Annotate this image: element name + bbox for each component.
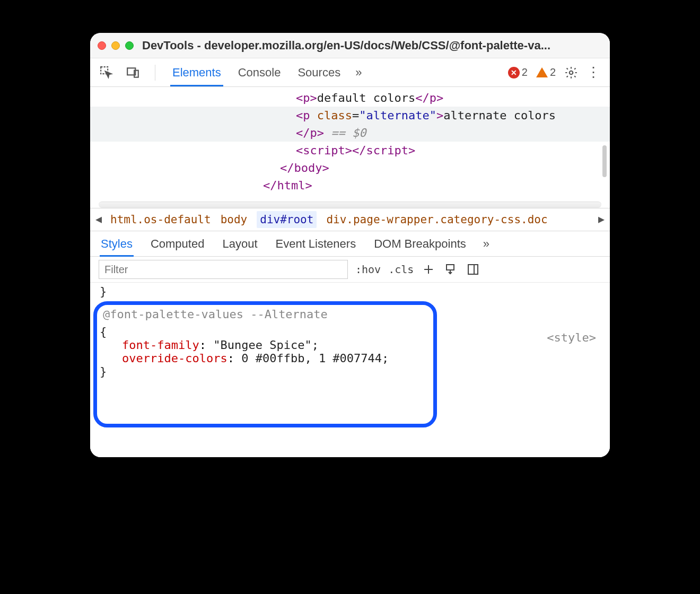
settings-icon[interactable] bbox=[564, 66, 578, 80]
toggle-computed-sidebar-icon[interactable] bbox=[466, 262, 480, 277]
styles-rules-panel[interactable]: } @font-palette-values --Alternate { fon… bbox=[90, 283, 610, 457]
error-icon: ✕ bbox=[508, 67, 520, 78]
breadcrumb-item[interactable]: div.page-wrapper.category-css.doc bbox=[326, 213, 547, 226]
cls-toggle[interactable]: .cls bbox=[388, 263, 414, 276]
rule-open-brace: { bbox=[100, 325, 600, 338]
rule-origin-link[interactable]: <style> bbox=[547, 331, 596, 344]
styles-filter-input[interactable] bbox=[99, 260, 348, 279]
css-value: 0 #00ffbb, 1 #007744; bbox=[241, 352, 389, 365]
css-declaration[interactable]: override-colors: 0 #00ffbb, 1 #007744; bbox=[100, 352, 600, 365]
css-declaration[interactable]: font-family: "Bungee Spice"; bbox=[100, 338, 600, 352]
devtools-window: DevTools - developer.mozilla.org/en-US/d… bbox=[90, 33, 610, 457]
styles-filter-row: :hov .cls bbox=[90, 257, 610, 283]
devtools-toolbar: Elements Console Sources » ✕ 2 2 ⋮ bbox=[90, 58, 610, 87]
dom-line[interactable]: <script></script> bbox=[90, 142, 610, 159]
more-tabs-chevron-icon[interactable]: » bbox=[355, 66, 362, 80]
stray-brace: } bbox=[100, 285, 600, 298]
toolbar-divider bbox=[155, 65, 155, 81]
styles-pane-tabs: Styles Computed Layout Event Listeners D… bbox=[90, 231, 610, 257]
css-rule-block[interactable]: @font-palette-values --Alternate { font-… bbox=[100, 308, 600, 378]
dom-horizontal-scrollbar[interactable] bbox=[99, 202, 601, 208]
svg-rect-5 bbox=[468, 265, 478, 274]
dom-line[interactable]: <p>default colors</p> bbox=[90, 89, 610, 107]
tab-sources[interactable]: Sources bbox=[295, 60, 343, 85]
styles-tab-styles[interactable]: Styles bbox=[100, 233, 134, 257]
dom-vertical-scrollbar[interactable] bbox=[602, 145, 607, 177]
dom-tree-panel[interactable]: <p>default colors</p> <p class="alternat… bbox=[90, 87, 610, 208]
breadcrumb-item-selected[interactable]: div#root bbox=[257, 211, 317, 228]
new-style-rule-icon[interactable] bbox=[421, 262, 436, 277]
format-icon[interactable] bbox=[443, 262, 458, 277]
dom-breadcrumb[interactable]: ◀ html.os-default body div#root div.page… bbox=[90, 208, 610, 231]
zoom-window-button[interactable] bbox=[125, 41, 134, 50]
close-window-button[interactable] bbox=[98, 41, 106, 50]
warning-icon bbox=[536, 67, 548, 77]
kebab-menu-icon[interactable]: ⋮ bbox=[587, 64, 600, 81]
dom-line[interactable]: </html> bbox=[90, 177, 610, 194]
error-count-value: 2 bbox=[522, 66, 528, 78]
warning-count[interactable]: 2 bbox=[536, 66, 556, 78]
inspect-element-icon[interactable] bbox=[100, 66, 113, 80]
svg-rect-4 bbox=[447, 265, 454, 270]
rule-at-rule-label: @font-palette-values --Alternate bbox=[103, 308, 600, 321]
css-property: override-colors bbox=[122, 352, 228, 365]
breadcrumb-scroll-left-icon[interactable]: ◀ bbox=[95, 213, 102, 225]
hov-toggle[interactable]: :hov bbox=[355, 263, 381, 276]
dom-line[interactable]: </body> bbox=[90, 159, 610, 177]
styles-tab-computed[interactable]: Computed bbox=[150, 233, 206, 255]
rule-close-brace: } bbox=[100, 365, 600, 378]
traffic-lights bbox=[98, 41, 134, 50]
tab-elements[interactable]: Elements bbox=[170, 60, 223, 86]
minimize-window-button[interactable] bbox=[111, 41, 120, 50]
device-toolbar-icon[interactable] bbox=[126, 66, 140, 80]
dom-line-selected-close[interactable]: </p> == $0 bbox=[90, 124, 610, 142]
styles-more-tabs-icon[interactable]: » bbox=[483, 237, 489, 251]
toolbar-right: ✕ 2 2 ⋮ bbox=[508, 64, 600, 81]
dom-line-selected[interactable]: <p class="alternate">alternate colors bbox=[90, 107, 610, 124]
css-property: font-family bbox=[122, 338, 199, 352]
styles-tab-dom-breakpoints[interactable]: DOM Breakpoints bbox=[373, 233, 467, 255]
breadcrumb-item[interactable]: html.os-default bbox=[110, 213, 211, 226]
breadcrumb-item[interactable]: body bbox=[221, 213, 248, 226]
css-value: "Bungee Spice"; bbox=[213, 338, 319, 352]
styles-tab-layout[interactable]: Layout bbox=[221, 233, 258, 255]
styles-tab-event-listeners[interactable]: Event Listeners bbox=[275, 233, 357, 255]
window-title: DevTools - developer.mozilla.org/en-US/d… bbox=[142, 39, 602, 53]
titlebar: DevTools - developer.mozilla.org/en-US/d… bbox=[90, 33, 610, 58]
svg-point-3 bbox=[570, 71, 573, 74]
warning-count-value: 2 bbox=[550, 66, 556, 78]
breadcrumb-scroll-right-icon[interactable]: ▶ bbox=[598, 213, 605, 225]
tab-console[interactable]: Console bbox=[236, 60, 283, 85]
error-count[interactable]: ✕ 2 bbox=[508, 66, 528, 78]
